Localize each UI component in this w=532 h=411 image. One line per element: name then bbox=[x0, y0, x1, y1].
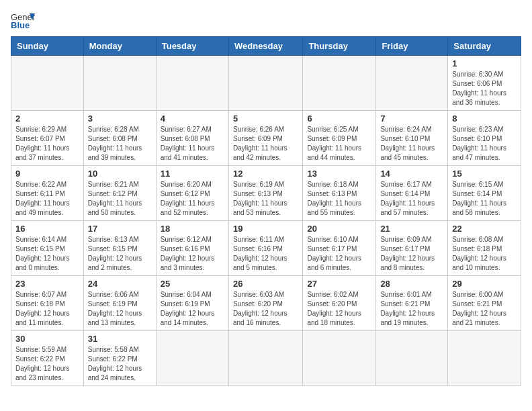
day-number: 5 bbox=[233, 113, 298, 124]
calendar-cell: 28Sunrise: 6:01 AM Sunset: 6:21 PM Dayli… bbox=[376, 276, 448, 331]
calendar-week-4: 16Sunrise: 6:14 AM Sunset: 6:15 PM Dayli… bbox=[11, 221, 521, 276]
day-number: 14 bbox=[380, 169, 443, 179]
calendar-cell bbox=[376, 331, 448, 386]
day-number: 12 bbox=[233, 169, 298, 179]
day-info: Sunrise: 6:04 AM Sunset: 6:19 PM Dayligh… bbox=[161, 290, 224, 328]
day-number: 11 bbox=[161, 169, 224, 179]
calendar-cell: 22Sunrise: 6:08 AM Sunset: 6:18 PM Dayli… bbox=[448, 221, 521, 276]
calendar-week-1: 1Sunrise: 6:30 AM Sunset: 6:06 PM Daylig… bbox=[11, 56, 521, 111]
calendar-cell: 23Sunrise: 6:07 AM Sunset: 6:18 PM Dayli… bbox=[11, 276, 84, 331]
calendar-cell bbox=[156, 56, 228, 111]
day-info: Sunrise: 6:30 AM Sunset: 6:06 PM Dayligh… bbox=[452, 70, 517, 107]
calendar-cell: 18Sunrise: 6:12 AM Sunset: 6:16 PM Dayli… bbox=[156, 221, 228, 276]
day-info: Sunrise: 6:15 AM Sunset: 6:14 PM Dayligh… bbox=[452, 180, 517, 218]
day-info: Sunrise: 6:13 AM Sunset: 6:15 PM Dayligh… bbox=[88, 235, 152, 273]
day-number: 13 bbox=[307, 169, 371, 179]
day-number: 28 bbox=[380, 279, 443, 289]
day-info: Sunrise: 6:22 AM Sunset: 6:11 PM Dayligh… bbox=[15, 180, 79, 218]
weekday-header-monday: Monday bbox=[83, 37, 156, 56]
calendar-cell: 13Sunrise: 6:18 AM Sunset: 6:13 PM Dayli… bbox=[303, 166, 376, 221]
calendar-cell bbox=[303, 331, 376, 386]
day-info: Sunrise: 6:23 AM Sunset: 6:10 PM Dayligh… bbox=[452, 125, 517, 163]
calendar-cell: 17Sunrise: 6:13 AM Sunset: 6:15 PM Dayli… bbox=[83, 221, 156, 276]
day-number: 8 bbox=[452, 113, 517, 124]
day-number: 29 bbox=[452, 279, 517, 289]
calendar-cell bbox=[228, 56, 302, 111]
calendar-cell: 29Sunrise: 6:00 AM Sunset: 6:21 PM Dayli… bbox=[448, 276, 521, 331]
day-number: 7 bbox=[380, 113, 443, 124]
day-number: 26 bbox=[233, 279, 298, 289]
logo: General Blue bbox=[11, 11, 35, 30]
calendar-cell: 24Sunrise: 6:06 AM Sunset: 6:19 PM Dayli… bbox=[83, 276, 156, 331]
calendar-cell: 10Sunrise: 6:21 AM Sunset: 6:12 PM Dayli… bbox=[83, 166, 156, 221]
day-info: Sunrise: 5:59 AM Sunset: 6:22 PM Dayligh… bbox=[15, 345, 79, 383]
day-number: 22 bbox=[452, 224, 517, 234]
day-number: 9 bbox=[15, 169, 79, 179]
day-number: 20 bbox=[307, 224, 371, 234]
calendar-cell: 21Sunrise: 6:09 AM Sunset: 6:17 PM Dayli… bbox=[376, 221, 448, 276]
calendar-cell: 16Sunrise: 6:14 AM Sunset: 6:15 PM Dayli… bbox=[11, 221, 84, 276]
svg-text:Blue: Blue bbox=[11, 20, 30, 30]
day-number: 1 bbox=[452, 58, 517, 68]
day-info: Sunrise: 6:07 AM Sunset: 6:18 PM Dayligh… bbox=[15, 290, 79, 328]
day-number: 4 bbox=[161, 113, 224, 124]
day-info: Sunrise: 6:20 AM Sunset: 6:12 PM Dayligh… bbox=[161, 180, 224, 218]
weekday-header-thursday: Thursday bbox=[303, 37, 376, 56]
weekday-header-saturday: Saturday bbox=[448, 37, 521, 56]
day-info: Sunrise: 6:08 AM Sunset: 6:18 PM Dayligh… bbox=[452, 235, 517, 273]
day-number: 17 bbox=[88, 224, 152, 234]
calendar-cell bbox=[83, 56, 156, 111]
day-info: Sunrise: 6:27 AM Sunset: 6:08 PM Dayligh… bbox=[161, 125, 224, 163]
calendar-cell bbox=[303, 56, 376, 111]
calendar-week-3: 9Sunrise: 6:22 AM Sunset: 6:11 PM Daylig… bbox=[11, 166, 521, 221]
calendar-cell: 9Sunrise: 6:22 AM Sunset: 6:11 PM Daylig… bbox=[11, 166, 84, 221]
day-info: Sunrise: 6:10 AM Sunset: 6:17 PM Dayligh… bbox=[307, 235, 371, 273]
calendar-cell: 30Sunrise: 5:59 AM Sunset: 6:22 PM Dayli… bbox=[11, 331, 84, 386]
calendar-cell: 31Sunrise: 5:58 AM Sunset: 6:22 PM Dayli… bbox=[83, 331, 156, 386]
day-number: 16 bbox=[15, 224, 79, 234]
calendar-cell: 2Sunrise: 6:29 AM Sunset: 6:07 PM Daylig… bbox=[11, 111, 84, 166]
day-info: Sunrise: 6:26 AM Sunset: 6:09 PM Dayligh… bbox=[233, 125, 298, 163]
day-info: Sunrise: 6:03 AM Sunset: 6:20 PM Dayligh… bbox=[233, 290, 298, 328]
day-number: 23 bbox=[15, 279, 79, 289]
calendar-week-2: 2Sunrise: 6:29 AM Sunset: 6:07 PM Daylig… bbox=[11, 111, 521, 166]
calendar-cell: 11Sunrise: 6:20 AM Sunset: 6:12 PM Dayli… bbox=[156, 166, 228, 221]
calendar-cell: 6Sunrise: 6:25 AM Sunset: 6:09 PM Daylig… bbox=[303, 111, 376, 166]
day-number: 18 bbox=[161, 224, 224, 234]
day-info: Sunrise: 6:06 AM Sunset: 6:19 PM Dayligh… bbox=[88, 290, 152, 328]
calendar-cell: 12Sunrise: 6:19 AM Sunset: 6:13 PM Dayli… bbox=[228, 166, 302, 221]
calendar-cell: 26Sunrise: 6:03 AM Sunset: 6:20 PM Dayli… bbox=[228, 276, 302, 331]
day-info: Sunrise: 6:21 AM Sunset: 6:12 PM Dayligh… bbox=[88, 180, 152, 218]
day-number: 21 bbox=[380, 224, 443, 234]
calendar-cell: 14Sunrise: 6:17 AM Sunset: 6:14 PM Dayli… bbox=[376, 166, 448, 221]
day-info: Sunrise: 5:58 AM Sunset: 6:22 PM Dayligh… bbox=[88, 345, 152, 383]
day-info: Sunrise: 6:17 AM Sunset: 6:14 PM Dayligh… bbox=[380, 180, 443, 218]
day-number: 15 bbox=[452, 169, 517, 179]
calendar-cell bbox=[228, 331, 302, 386]
weekday-header-friday: Friday bbox=[376, 37, 448, 56]
day-info: Sunrise: 6:25 AM Sunset: 6:09 PM Dayligh… bbox=[307, 125, 371, 163]
day-number: 2 bbox=[15, 113, 79, 124]
day-number: 24 bbox=[88, 279, 152, 289]
day-number: 10 bbox=[88, 169, 152, 179]
day-info: Sunrise: 6:09 AM Sunset: 6:17 PM Dayligh… bbox=[380, 235, 443, 273]
day-info: Sunrise: 6:11 AM Sunset: 6:16 PM Dayligh… bbox=[233, 235, 298, 273]
calendar-cell: 1Sunrise: 6:30 AM Sunset: 6:06 PM Daylig… bbox=[448, 56, 521, 111]
page-header: General Blue bbox=[11, 11, 521, 30]
day-info: Sunrise: 6:12 AM Sunset: 6:16 PM Dayligh… bbox=[161, 235, 224, 273]
day-number: 30 bbox=[15, 334, 79, 344]
calendar-cell bbox=[156, 331, 228, 386]
calendar-cell bbox=[11, 56, 84, 111]
calendar-cell: 27Sunrise: 6:02 AM Sunset: 6:20 PM Dayli… bbox=[303, 276, 376, 331]
day-info: Sunrise: 6:29 AM Sunset: 6:07 PM Dayligh… bbox=[15, 125, 79, 163]
calendar-cell: 15Sunrise: 6:15 AM Sunset: 6:14 PM Dayli… bbox=[448, 166, 521, 221]
day-number: 27 bbox=[307, 279, 371, 289]
calendar-cell: 19Sunrise: 6:11 AM Sunset: 6:16 PM Dayli… bbox=[228, 221, 302, 276]
calendar-week-5: 23Sunrise: 6:07 AM Sunset: 6:18 PM Dayli… bbox=[11, 276, 521, 331]
day-info: Sunrise: 6:18 AM Sunset: 6:13 PM Dayligh… bbox=[307, 180, 371, 218]
calendar-cell bbox=[376, 56, 448, 111]
day-info: Sunrise: 6:14 AM Sunset: 6:15 PM Dayligh… bbox=[15, 235, 79, 273]
day-number: 19 bbox=[233, 224, 298, 234]
day-info: Sunrise: 6:02 AM Sunset: 6:20 PM Dayligh… bbox=[307, 290, 371, 328]
calendar-cell: 8Sunrise: 6:23 AM Sunset: 6:10 PM Daylig… bbox=[448, 111, 521, 166]
